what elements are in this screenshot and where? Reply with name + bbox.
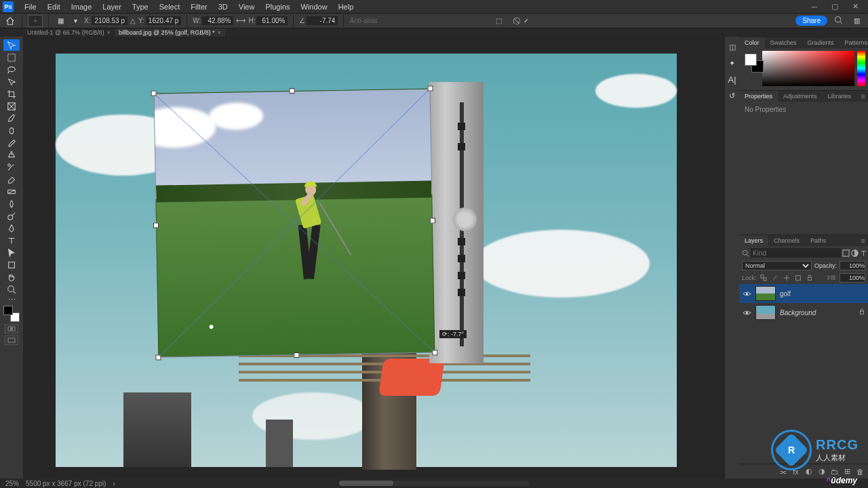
gradient-tool[interactable] [3, 186, 20, 197]
transform-y-value[interactable]: 1620.47 p [146, 16, 182, 25]
history-brush-tool[interactable] [3, 161, 20, 173]
reference-point-icon[interactable]: ▦ [54, 15, 66, 27]
filter-type-icon[interactable] [860, 248, 867, 258]
blend-mode-select[interactable]: Normal [742, 261, 812, 270]
clone-stamp-tool[interactable] [3, 149, 20, 161]
menu-filter[interactable]: Filter [185, 1, 212, 12]
search-icon[interactable] [830, 16, 847, 26]
workspace-switcher-icon[interactable]: ▥ [850, 17, 864, 24]
aspect-lock-icon[interactable]: ⟷ [236, 17, 245, 24]
transform-rotate-value[interactable]: -7.74 [307, 16, 338, 25]
layer-visibility-icon[interactable] [742, 289, 751, 298]
transform-w-value[interactable]: 42.88% [202, 16, 233, 25]
dodge-tool[interactable] [3, 210, 20, 222]
brush-tool[interactable] [3, 137, 20, 148]
menu-image[interactable]: Image [66, 1, 98, 12]
tab-libraries[interactable]: Libraries [823, 91, 857, 102]
menu-type[interactable]: Type [127, 1, 154, 12]
path-select-tool[interactable] [3, 247, 20, 258]
transform-handle-tr[interactable] [427, 85, 433, 91]
eyedropper-tool[interactable] [3, 113, 20, 124]
transform-handle-bm[interactable] [294, 352, 299, 358]
transform-x-value[interactable]: 2108.53 p [92, 16, 127, 25]
antialias-checkbox[interactable]: Anti-alias [349, 17, 377, 24]
window-maximize-button[interactable]: ▢ [825, 0, 845, 14]
document-canvas[interactable]: ⟳: -7.7° [56, 54, 677, 467]
layer-row[interactable]: Background [739, 303, 868, 322]
healing-brush-tool[interactable] [3, 125, 20, 136]
panel-options-icon[interactable]: ≡ [859, 237, 868, 245]
link-xy-icon[interactable]: △ [130, 17, 136, 24]
crop-tool[interactable] [3, 88, 20, 100]
transform-h-value[interactable]: 61.00% [256, 16, 288, 25]
tab-channels[interactable]: Channels [768, 235, 805, 246]
zoom-tool[interactable] [3, 283, 20, 295]
opacity-input[interactable] [840, 261, 865, 270]
screen-mode-toggle[interactable] [5, 336, 18, 345]
transform-handle-bl[interactable] [155, 354, 161, 360]
menu-layer[interactable]: Layer [97, 1, 127, 12]
menu-edit[interactable]: Edit [42, 1, 66, 12]
free-transform-bounding-box[interactable] [154, 88, 435, 357]
tab-color[interactable]: Color [739, 37, 765, 48]
menu-select[interactable]: Select [154, 1, 186, 12]
zoom-level[interactable]: 25% [5, 480, 19, 487]
menu-window[interactable]: Window [296, 1, 333, 12]
window-minimize-button[interactable]: ─ [804, 0, 825, 14]
shape-tool[interactable] [3, 259, 20, 270]
document-tab[interactable]: billboard.jpg @ 25% (golf, RGB/8) * × [115, 28, 225, 37]
menu-help[interactable]: Help [333, 1, 359, 12]
document-tab[interactable]: Untitled-1 @ 66.7% (RGB/8) × [23, 28, 115, 37]
menu-3d[interactable]: 3D [213, 1, 233, 12]
fill-input[interactable] [840, 273, 865, 283]
marquee-tool[interactable] [3, 52, 20, 63]
quick-select-tool[interactable] [3, 76, 20, 87]
transform-handle-ml[interactable] [153, 222, 159, 228]
lock-position-icon[interactable] [783, 274, 791, 283]
blur-tool[interactable] [3, 198, 20, 209]
warp-mode-icon[interactable]: ⬚ [496, 17, 502, 24]
color-fg-bg-swatch[interactable] [742, 51, 760, 86]
tab-properties[interactable]: Properties [739, 91, 778, 102]
close-tab-icon[interactable]: × [218, 28, 221, 37]
layer-visibility-icon[interactable] [742, 308, 751, 317]
eraser-tool[interactable] [3, 174, 20, 185]
quick-mask-toggle[interactable] [5, 324, 18, 333]
filter-adjust-icon[interactable] [851, 248, 859, 258]
foreground-background-swatch[interactable] [3, 306, 20, 322]
color-picker-field[interactable] [762, 51, 854, 86]
tool-preset-picker[interactable]: ▫ [28, 15, 43, 27]
canvas-area[interactable]: ⟳: -7.7° [23, 37, 724, 479]
menu-file[interactable]: File [19, 1, 42, 12]
tab-patterns[interactable]: Patterns [840, 37, 868, 48]
layer-row[interactable]: golf [739, 284, 868, 303]
layer-thumbnail[interactable] [755, 286, 776, 301]
type-tool[interactable] [3, 235, 20, 246]
tab-adjustments[interactable]: Adjustments [778, 91, 823, 102]
layer-filter-input[interactable] [751, 248, 841, 258]
hand-tool[interactable] [3, 271, 20, 283]
frame-tool[interactable] [3, 100, 20, 112]
lock-artboard-icon[interactable] [794, 274, 803, 283]
home-icon[interactable] [4, 15, 16, 27]
transform-handle-tl[interactable] [151, 91, 157, 96]
tab-swatches[interactable]: Swatches [765, 37, 802, 48]
collapsed-panel-icon[interactable]: ◫ [726, 41, 738, 53]
panel-options-icon[interactable]: ≡ [859, 92, 868, 100]
window-close-button[interactable]: ✕ [845, 0, 865, 14]
commit-transform-icon[interactable]: ✓ [524, 17, 529, 25]
glyphs-panel-icon[interactable]: A| [726, 73, 738, 85]
transform-handle-tm[interactable] [290, 88, 295, 94]
toggle-input-icon[interactable]: ▾ [69, 15, 81, 27]
transform-handle-br[interactable] [432, 350, 437, 355]
lasso-tool[interactable] [3, 64, 20, 75]
collapsed-panel-icon[interactable]: ↺ [726, 89, 738, 102]
layer-name[interactable]: golf [780, 290, 791, 298]
tab-paths[interactable]: Paths [805, 235, 831, 246]
menu-plugins[interactable]: Plugins [260, 1, 295, 12]
edit-toolbar-icon[interactable]: ⋯ [3, 296, 20, 304]
share-button[interactable]: Share [795, 16, 827, 26]
collapsed-panel-icon[interactable]: ✦ [726, 57, 738, 69]
filter-kind-icon[interactable] [742, 248, 749, 258]
move-tool[interactable] [3, 39, 20, 51]
